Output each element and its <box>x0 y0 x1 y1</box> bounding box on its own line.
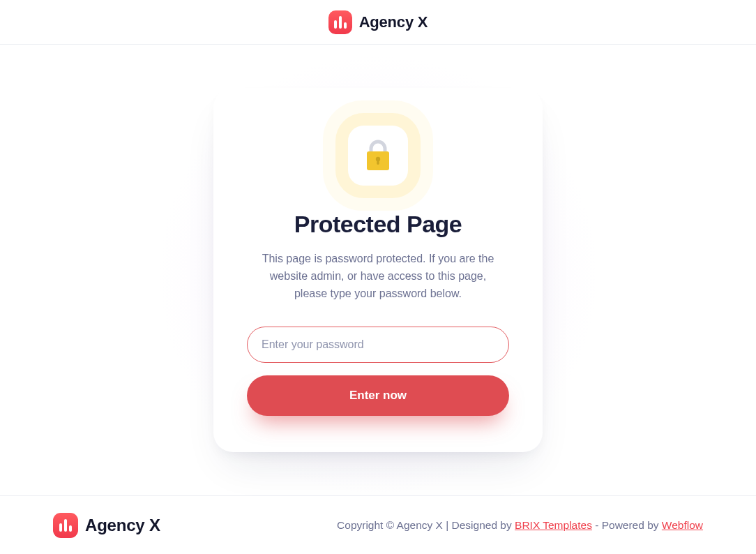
svg-rect-2 <box>377 160 379 165</box>
designer-link[interactable]: BRIX Templates <box>515 519 592 531</box>
main-content: Protected Page This page is password pro… <box>0 45 756 495</box>
brand-logo-link[interactable]: Agency X <box>328 10 428 34</box>
brand-name: Agency X <box>359 13 428 31</box>
powered-by-link[interactable]: Webflow <box>662 519 703 531</box>
enter-button[interactable]: Enter now <box>247 375 509 416</box>
brand-logo-icon <box>53 513 78 538</box>
footer-sep: - Powered by <box>592 519 662 531</box>
footer-copyright: Copyright © Agency X | Designed by <box>337 519 515 531</box>
lock-icon-tile <box>348 126 408 186</box>
password-card: Protected Page This page is password pro… <box>213 88 543 451</box>
lock-icon <box>363 139 393 172</box>
brand-logo-icon <box>328 10 352 34</box>
password-input[interactable] <box>247 327 509 363</box>
footer: Agency X Copyright © Agency X | Designed… <box>0 495 756 554</box>
page-description: This page is password protected. If you … <box>259 250 497 302</box>
footer-text: Copyright © Agency X | Designed by BRIX … <box>337 519 703 532</box>
brand-name: Agency X <box>85 516 160 535</box>
page-title: Protected Page <box>247 211 509 238</box>
footer-brand-logo-link[interactable]: Agency X <box>53 513 160 538</box>
header: Agency X <box>0 0 756 45</box>
